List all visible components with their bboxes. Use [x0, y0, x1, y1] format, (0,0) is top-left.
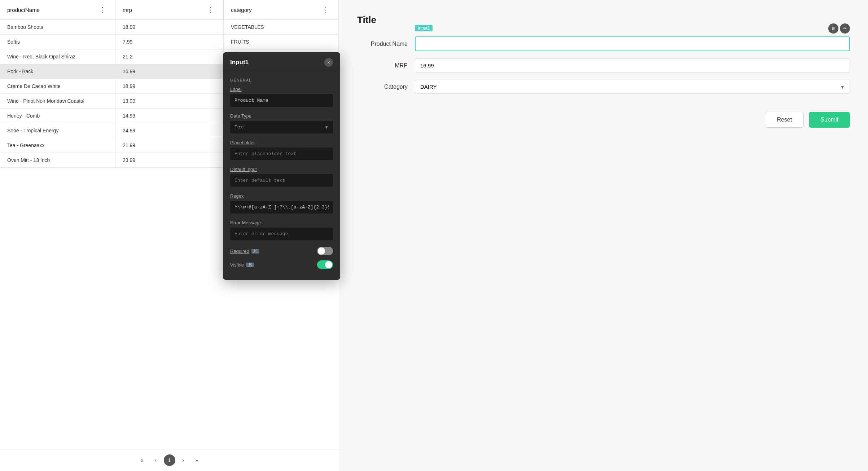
product-name-wrapper: Input1 🗑 ✏ [415, 36, 850, 51]
regex-field-input[interactable] [230, 201, 333, 214]
modal-title: Input1 [230, 59, 249, 66]
cell-mrp: 16.99 [115, 64, 224, 79]
visible-label-text: Visible [230, 262, 244, 268]
mrp-wrapper [415, 58, 850, 72]
input1-modal[interactable]: Input1 × GENERAL Label Data Type Text Nu… [223, 52, 340, 280]
form-field-product-name: Product Name Input1 🗑 ✏ [357, 36, 850, 51]
col-header-category: category ⋮ [224, 0, 339, 19]
submit-button[interactable]: Submit [809, 112, 850, 128]
input1-badge: Input1 [415, 25, 433, 31]
col-label-category: category [231, 7, 252, 13]
modal-close-button[interactable]: × [324, 58, 333, 67]
cell-mrp: 13.99 [115, 94, 224, 108]
cell-mrp: 21.2 [115, 49, 224, 64]
regex-field-label: Regex [230, 193, 333, 199]
table-row[interactable]: Softis7.99FRUITS [0, 35, 339, 49]
visible-toggle-row: Visible JS [230, 260, 333, 269]
page-first-btn[interactable]: « [136, 454, 148, 466]
edit-icon-btn[interactable]: ✏ [840, 23, 850, 34]
modal-body: GENERAL Label Data Type Text Number Emai… [223, 72, 340, 280]
visible-toggle-label: Visible JS [230, 262, 254, 268]
cell-product-name: Tea - Greenaaxx [0, 138, 115, 153]
error-message-field-label: Error Message [230, 220, 333, 225]
visible-toggle[interactable] [317, 260, 333, 269]
cell-mrp: 24.99 [115, 123, 224, 138]
cell-product-name: Wine - Red, Black Opal Shiraz [0, 49, 115, 64]
cell-product-name: Softis [0, 35, 115, 49]
default-input-field-group: Default Input [230, 167, 333, 187]
placeholder-field-label: Placeholder [230, 140, 333, 145]
required-toggle-row: Required JS [230, 247, 333, 255]
col-label-product-name: productName [7, 7, 40, 13]
page-prev-btn[interactable]: ‹ [150, 454, 162, 466]
form-field-mrp: MRP [357, 58, 850, 72]
placeholder-field-input[interactable] [230, 148, 333, 160]
cell-mrp: 14.99 [115, 109, 224, 123]
mrp-input[interactable] [415, 58, 850, 72]
cell-mrp: 18.99 [115, 20, 224, 34]
cell-product-name: Bamboo Shoots [0, 20, 115, 34]
visible-js-badge: JS [246, 263, 254, 267]
category-select[interactable]: DAIRY VEGETABLES FRUITS [415, 80, 850, 94]
error-message-field-input[interactable] [230, 228, 333, 240]
default-input-field-input[interactable] [230, 174, 333, 187]
data-type-field-group: Data Type Text Number Email Password URL… [230, 113, 333, 133]
cell-category: VEGETABLES [224, 20, 339, 34]
label-mrp: MRP [357, 62, 408, 69]
form-actions: Reset Submit [357, 112, 850, 128]
col-menu-category[interactable]: ⋮ [320, 5, 331, 14]
cell-product-name: Oven Mitt - 13 Inch [0, 153, 115, 167]
input1-edit-icons: 🗑 ✏ [828, 23, 850, 34]
data-type-select[interactable]: Text Number Email Password URL [230, 121, 333, 133]
regex-field-group: Regex [230, 193, 333, 214]
cell-category: FRUITS [224, 35, 339, 49]
cell-mrp: 18.99 [115, 79, 224, 93]
category-select-wrapper: DAIRY VEGETABLES FRUITS ▼ [415, 80, 850, 94]
error-message-field-group: Error Message [230, 220, 333, 240]
table-footer: « ‹ 1 › » [0, 449, 339, 471]
page-next-btn[interactable]: › [177, 454, 189, 466]
required-label-text: Required [230, 248, 249, 254]
cell-mrp: 7.99 [115, 35, 224, 49]
form-panel: Title Product Name Input1 🗑 ✏ MRP Catego… [339, 0, 868, 471]
default-input-field-label: Default Input [230, 167, 333, 172]
product-name-input[interactable] [415, 36, 850, 51]
page-last-btn[interactable]: » [191, 454, 203, 466]
delete-icon-btn[interactable]: 🗑 [828, 23, 838, 34]
label-category: Category [357, 84, 408, 90]
section-general-label: GENERAL [230, 78, 333, 82]
data-type-field-label: Data Type [230, 113, 333, 119]
cell-product-name: Sobe - Tropical Energy [0, 123, 115, 138]
required-js-badge: JS [251, 249, 259, 254]
col-menu-mrp[interactable]: ⋮ [205, 5, 216, 14]
data-type-select-wrapper: Text Number Email Password URL ▼ [230, 121, 333, 133]
col-header-mrp: mrp ⋮ [115, 0, 224, 19]
cell-product-name: Pork - Back [0, 64, 115, 79]
label-product-name: Product Name [357, 41, 408, 47]
label-field-label: Label [230, 87, 333, 92]
label-field-group: Label [230, 87, 333, 107]
table-row[interactable]: Bamboo Shoots18.99VEGETABLES [0, 20, 339, 35]
form-title: Title [357, 14, 850, 26]
cell-product-name: Wine - Pinot Noir Mondavi Coastal [0, 94, 115, 108]
table-header: productName ⋮ mrp ⋮ category ⋮ [0, 0, 339, 20]
modal-header: Input1 × [223, 52, 340, 72]
label-field-input[interactable] [230, 94, 333, 107]
reset-button[interactable]: Reset [765, 112, 804, 128]
required-toggle-label: Required JS [230, 248, 259, 254]
cell-product-name: Honey - Comb [0, 109, 115, 123]
page-current-btn[interactable]: 1 [164, 454, 175, 466]
col-menu-product-name[interactable]: ⋮ [97, 5, 108, 14]
cell-mrp: 23.99 [115, 153, 224, 167]
col-label-mrp: mrp [123, 7, 132, 13]
cell-mrp: 21.99 [115, 138, 224, 153]
form-field-category: Category DAIRY VEGETABLES FRUITS ▼ [357, 80, 850, 94]
placeholder-field-group: Placeholder [230, 140, 333, 160]
cell-product-name: Creme De Cacao White [0, 79, 115, 93]
required-toggle[interactable] [317, 247, 333, 255]
col-header-product-name: productName ⋮ [0, 0, 115, 19]
